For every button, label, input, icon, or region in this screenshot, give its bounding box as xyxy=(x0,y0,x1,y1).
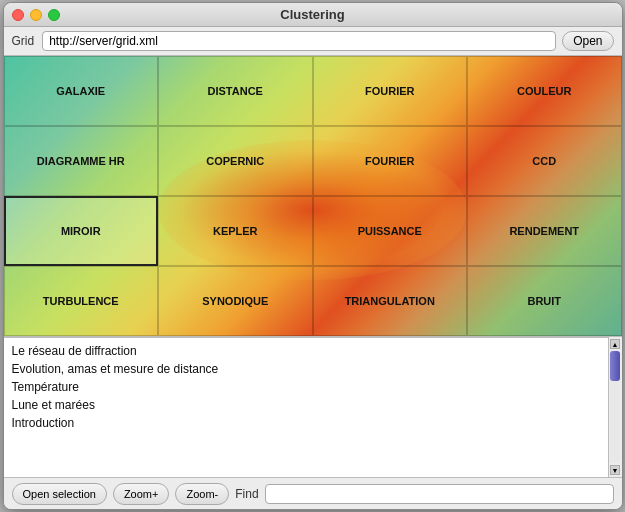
grid-cell-galaxie[interactable]: GALAXIE xyxy=(4,56,159,126)
bottom-bar: Open selection Zoom+ Zoom- Find xyxy=(4,477,622,509)
window-controls xyxy=(12,9,60,21)
toolbar: Grid Open xyxy=(4,27,622,56)
scroll-up-arrow[interactable]: ▲ xyxy=(610,339,620,349)
grid-cell-bruit[interactable]: BRUIT xyxy=(467,266,622,336)
grid-cell-synodique[interactable]: SYNODIQUE xyxy=(158,266,313,336)
grid-cell-puissance[interactable]: PUISSANCE xyxy=(313,196,468,266)
scrollbar-thumb[interactable] xyxy=(610,351,620,381)
find-label: Find xyxy=(235,487,258,501)
grid-cell-fourier1[interactable]: FOURIER xyxy=(313,56,468,126)
window-title: Clustering xyxy=(280,7,344,22)
grid-cell-turbulence[interactable]: TURBULENCE xyxy=(4,266,159,336)
maximize-button[interactable] xyxy=(48,9,60,21)
zoom-in-button[interactable]: Zoom+ xyxy=(113,483,170,505)
zoom-out-button[interactable]: Zoom- xyxy=(175,483,229,505)
grid-label: Grid xyxy=(12,34,35,48)
grid-cell-kepler[interactable]: KEPLER xyxy=(158,196,313,266)
grid-cell-rendement[interactable]: RENDEMENT xyxy=(467,196,622,266)
grid-cell-diagramme-hr[interactable]: DIAGRAMME HR xyxy=(4,126,159,196)
grid-container: GALAXIEDISTANCEFOURIERCOULEURDIAGRAMME H… xyxy=(4,56,622,336)
list-item-item2[interactable]: Evolution, amas et mesure de distance xyxy=(10,360,588,378)
find-input[interactable] xyxy=(265,484,614,504)
list-item-item3[interactable]: Température xyxy=(10,378,588,396)
grid-area: GALAXIEDISTANCEFOURIERCOULEURDIAGRAMME H… xyxy=(4,56,622,336)
grid-cell-fourier2[interactable]: FOURIER xyxy=(313,126,468,196)
main-window: Clustering Grid Open GALAXIEDISTANCEFOUR… xyxy=(3,2,623,510)
list-item-item4[interactable]: Lune et marées xyxy=(10,396,588,414)
open-selection-button[interactable]: Open selection xyxy=(12,483,107,505)
list-item-item1[interactable]: Le réseau de diffraction xyxy=(10,342,588,360)
grid-cell-miroir[interactable]: MIROIR xyxy=(4,196,159,266)
list-item-item5[interactable]: Introduction xyxy=(10,414,588,432)
grid-cell-triangulation[interactable]: TRIANGULATION xyxy=(313,266,468,336)
title-bar: Clustering xyxy=(4,3,622,27)
list-area: Le réseau de diffractionEvolution, amas … xyxy=(4,337,608,477)
grid-cell-ccd[interactable]: CCD xyxy=(467,126,622,196)
scroll-down-arrow[interactable]: ▼ xyxy=(610,465,620,475)
url-input[interactable] xyxy=(42,31,556,51)
minimize-button[interactable] xyxy=(30,9,42,21)
close-button[interactable] xyxy=(12,9,24,21)
grid-cell-distance[interactable]: DISTANCE xyxy=(158,56,313,126)
grid-cell-couleur[interactable]: COULEUR xyxy=(467,56,622,126)
grid-cell-copernic[interactable]: COPERNIC xyxy=(158,126,313,196)
open-button[interactable]: Open xyxy=(562,31,613,51)
